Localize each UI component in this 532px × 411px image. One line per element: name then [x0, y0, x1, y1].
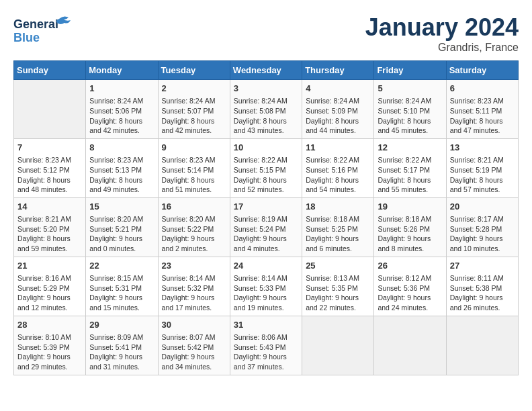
day-info: Sunrise: 8:06 AM Sunset: 5:43 PM Dayligh… — [234, 332, 298, 372]
day-info: Sunrise: 8:23 AM Sunset: 5:11 PM Dayligh… — [450, 96, 515, 136]
calendar-cell: 21Sunrise: 8:16 AM Sunset: 5:29 PM Dayli… — [14, 257, 86, 316]
calendar-cell: 28Sunrise: 8:10 AM Sunset: 5:39 PM Dayli… — [14, 316, 86, 375]
col-header-friday: Friday — [374, 61, 446, 80]
calendar-table: SundayMondayTuesdayWednesdayThursdayFrid… — [13, 60, 519, 375]
col-header-thursday: Thursday — [302, 61, 374, 80]
day-info: Sunrise: 8:24 AM Sunset: 5:09 PM Dayligh… — [306, 96, 370, 136]
day-number: 17 — [234, 201, 298, 213]
day-number: 1 — [89, 83, 154, 95]
calendar-cell: 2Sunrise: 8:24 AM Sunset: 5:07 PM Daylig… — [158, 80, 230, 139]
day-number: 27 — [450, 260, 515, 272]
location-title: Grandris, France — [365, 42, 519, 54]
day-info: Sunrise: 8:24 AM Sunset: 5:10 PM Dayligh… — [378, 96, 442, 136]
day-info: Sunrise: 8:24 AM Sunset: 5:08 PM Dayligh… — [234, 96, 298, 136]
calendar-cell: 4Sunrise: 8:24 AM Sunset: 5:09 PM Daylig… — [302, 80, 374, 139]
day-info: Sunrise: 8:24 AM Sunset: 5:07 PM Dayligh… — [162, 96, 226, 136]
calendar-cell — [302, 316, 374, 375]
calendar-cell: 10Sunrise: 8:22 AM Sunset: 5:15 PM Dayli… — [230, 138, 302, 197]
calendar-cell: 14Sunrise: 8:21 AM Sunset: 5:20 PM Dayli… — [14, 197, 86, 257]
header: General Blue January 2024 Grandris, Fran… — [13, 13, 519, 54]
day-number: 22 — [89, 260, 154, 272]
day-info: Sunrise: 8:18 AM Sunset: 5:25 PM Dayligh… — [306, 214, 370, 254]
calendar-cell: 3Sunrise: 8:24 AM Sunset: 5:08 PM Daylig… — [230, 80, 302, 139]
svg-text:General: General — [13, 17, 58, 31]
day-number: 28 — [17, 319, 82, 331]
day-number: 14 — [17, 201, 82, 213]
svg-text:Blue: Blue — [13, 31, 40, 44]
day-info: Sunrise: 8:20 AM Sunset: 5:22 PM Dayligh… — [162, 214, 226, 254]
day-info: Sunrise: 8:12 AM Sunset: 5:36 PM Dayligh… — [378, 273, 442, 313]
day-info: Sunrise: 8:20 AM Sunset: 5:21 PM Dayligh… — [89, 214, 154, 254]
calendar-cell: 25Sunrise: 8:13 AM Sunset: 5:35 PM Dayli… — [302, 257, 374, 316]
day-info: Sunrise: 8:14 AM Sunset: 5:32 PM Dayligh… — [162, 273, 226, 313]
calendar-cell: 18Sunrise: 8:18 AM Sunset: 5:25 PM Dayli… — [302, 197, 374, 257]
day-number: 30 — [162, 319, 226, 331]
day-info: Sunrise: 8:19 AM Sunset: 5:24 PM Dayligh… — [234, 214, 298, 254]
calendar-cell — [374, 316, 446, 375]
day-number: 29 — [89, 319, 154, 331]
calendar-cell: 30Sunrise: 8:07 AM Sunset: 5:42 PM Dayli… — [158, 316, 230, 375]
title-area: January 2024 Grandris, France — [365, 13, 519, 54]
day-number: 5 — [378, 83, 442, 95]
logo: General Blue — [13, 13, 74, 50]
calendar-cell: 22Sunrise: 8:15 AM Sunset: 5:31 PM Dayli… — [86, 257, 158, 316]
logo-icon: General Blue — [13, 13, 74, 50]
calendar-cell: 6Sunrise: 8:23 AM Sunset: 5:11 PM Daylig… — [446, 80, 518, 139]
day-info: Sunrise: 8:11 AM Sunset: 5:38 PM Dayligh… — [450, 273, 515, 313]
day-info: Sunrise: 8:22 AM Sunset: 5:15 PM Dayligh… — [234, 155, 298, 195]
day-number: 20 — [450, 201, 515, 213]
col-header-monday: Monday — [86, 61, 158, 80]
calendar-cell: 27Sunrise: 8:11 AM Sunset: 5:38 PM Dayli… — [446, 257, 518, 316]
day-info: Sunrise: 8:17 AM Sunset: 5:28 PM Dayligh… — [450, 214, 515, 254]
calendar-cell: 31Sunrise: 8:06 AM Sunset: 5:43 PM Dayli… — [230, 316, 302, 375]
day-number: 25 — [306, 260, 370, 272]
calendar-cell: 12Sunrise: 8:22 AM Sunset: 5:17 PM Dayli… — [374, 138, 446, 197]
col-header-tuesday: Tuesday — [158, 61, 230, 80]
calendar-week-5: 28Sunrise: 8:10 AM Sunset: 5:39 PM Dayli… — [14, 316, 519, 375]
col-header-wednesday: Wednesday — [230, 61, 302, 80]
day-number: 21 — [17, 260, 82, 272]
day-number: 19 — [378, 201, 442, 213]
day-info: Sunrise: 8:21 AM Sunset: 5:19 PM Dayligh… — [450, 155, 515, 195]
calendar-cell: 20Sunrise: 8:17 AM Sunset: 5:28 PM Dayli… — [446, 197, 518, 257]
calendar-cell — [14, 80, 86, 139]
day-number: 13 — [450, 142, 515, 154]
calendar-cell: 15Sunrise: 8:20 AM Sunset: 5:21 PM Dayli… — [86, 197, 158, 257]
calendar-cell: 5Sunrise: 8:24 AM Sunset: 5:10 PM Daylig… — [374, 80, 446, 139]
day-info: Sunrise: 8:14 AM Sunset: 5:33 PM Dayligh… — [234, 273, 298, 313]
day-info: Sunrise: 8:10 AM Sunset: 5:39 PM Dayligh… — [17, 332, 82, 372]
col-header-sunday: Sunday — [14, 61, 86, 80]
col-header-saturday: Saturday — [446, 61, 518, 80]
calendar-week-4: 21Sunrise: 8:16 AM Sunset: 5:29 PM Dayli… — [14, 257, 519, 316]
month-title: January 2024 — [365, 13, 519, 42]
day-number: 6 — [450, 83, 515, 95]
day-number: 4 — [306, 83, 370, 95]
day-info: Sunrise: 8:23 AM Sunset: 5:14 PM Dayligh… — [162, 155, 226, 195]
day-number: 18 — [306, 201, 370, 213]
calendar-cell: 11Sunrise: 8:22 AM Sunset: 5:16 PM Dayli… — [302, 138, 374, 197]
day-number: 8 — [89, 142, 154, 154]
day-number: 11 — [306, 142, 370, 154]
calendar-cell: 7Sunrise: 8:23 AM Sunset: 5:12 PM Daylig… — [14, 138, 86, 197]
day-info: Sunrise: 8:24 AM Sunset: 5:06 PM Dayligh… — [89, 96, 154, 136]
day-info: Sunrise: 8:22 AM Sunset: 5:17 PM Dayligh… — [378, 155, 442, 195]
day-number: 9 — [162, 142, 226, 154]
calendar-cell: 26Sunrise: 8:12 AM Sunset: 5:36 PM Dayli… — [374, 257, 446, 316]
calendar-cell: 8Sunrise: 8:23 AM Sunset: 5:13 PM Daylig… — [86, 138, 158, 197]
day-number: 31 — [234, 319, 298, 331]
calendar-cell: 19Sunrise: 8:18 AM Sunset: 5:26 PM Dayli… — [374, 197, 446, 257]
calendar-cell: 23Sunrise: 8:14 AM Sunset: 5:32 PM Dayli… — [158, 257, 230, 316]
day-number: 23 — [162, 260, 226, 272]
day-number: 10 — [234, 142, 298, 154]
calendar-cell: 24Sunrise: 8:14 AM Sunset: 5:33 PM Dayli… — [230, 257, 302, 316]
day-info: Sunrise: 8:16 AM Sunset: 5:29 PM Dayligh… — [17, 273, 82, 313]
day-number: 12 — [378, 142, 442, 154]
day-number: 24 — [234, 260, 298, 272]
calendar-cell: 17Sunrise: 8:19 AM Sunset: 5:24 PM Dayli… — [230, 197, 302, 257]
day-number: 26 — [378, 260, 442, 272]
calendar-header-row: SundayMondayTuesdayWednesdayThursdayFrid… — [14, 61, 519, 80]
day-info: Sunrise: 8:18 AM Sunset: 5:26 PM Dayligh… — [378, 214, 442, 254]
day-number: 3 — [234, 83, 298, 95]
day-info: Sunrise: 8:22 AM Sunset: 5:16 PM Dayligh… — [306, 155, 370, 195]
day-number: 15 — [89, 201, 154, 213]
